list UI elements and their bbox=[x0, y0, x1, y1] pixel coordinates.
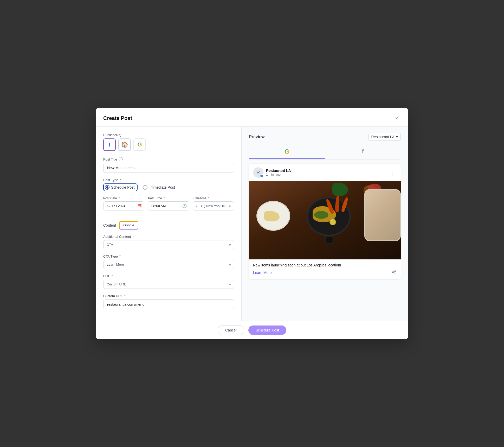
avatar-letter: R bbox=[257, 170, 260, 175]
immediate-post-radio[interactable] bbox=[143, 185, 147, 190]
post-date-input-wrapper: 📅 bbox=[103, 201, 144, 210]
date-time-row: Post Date * 📅 Post Time * bbox=[103, 196, 234, 210]
herbs-top bbox=[332, 183, 348, 196]
google-icon: G bbox=[137, 141, 142, 148]
restaurant-selector-label: Restaurant LA bbox=[371, 135, 395, 139]
url-section: URL * Custom URLWebsite URLMenu URL bbox=[103, 274, 234, 289]
additional-content-section: Additional Content * CTAOfferEventProduc… bbox=[103, 235, 234, 249]
schedule-post-box[interactable]: Schedule Post bbox=[103, 183, 138, 191]
immediate-post-option[interactable]: Immediate Post bbox=[143, 183, 175, 191]
right-plate bbox=[364, 189, 401, 241]
svg-point-2 bbox=[395, 273, 396, 274]
preview-title: Preview bbox=[249, 135, 264, 139]
post-image bbox=[249, 181, 401, 259]
schedule-post-label: Schedule Post bbox=[111, 185, 134, 189]
immediate-post-label: Immediate Post bbox=[150, 185, 175, 189]
preview-tab-facebook[interactable]: f bbox=[325, 145, 401, 159]
custom-url-input[interactable] bbox=[103, 299, 234, 309]
learn-more-link[interactable]: Learn More bbox=[253, 271, 272, 275]
post-type-section: Post Type * Schedule Post Immediate bbox=[103, 178, 234, 191]
post-card-header: R Restaurant LA 1 min. ago ⋮ bbox=[249, 164, 401, 181]
preview-header: Preview Restaurant LA ▾ bbox=[249, 133, 401, 141]
cta-type-section: CTA Type * Learn MoreBook NowOrder Onlin… bbox=[103, 254, 234, 269]
post-title-section: Post Title i bbox=[103, 157, 234, 173]
additional-content-select[interactable]: CTAOfferEventProduct bbox=[103, 240, 234, 249]
share-icon[interactable] bbox=[392, 270, 397, 276]
verified-badge bbox=[260, 174, 263, 178]
content-label: Content bbox=[103, 223, 116, 227]
additional-content-label: Additional Content * bbox=[103, 235, 234, 239]
publishers-section: Publisher(s) f 🏠 G bbox=[103, 133, 234, 151]
google-content-tab[interactable]: Google bbox=[119, 221, 138, 229]
svg-line-4 bbox=[393, 271, 395, 272]
cta-type-select[interactable]: Learn MoreBook NowOrder OnlineShopSign U… bbox=[103, 260, 234, 269]
post-date-label: Post Date * bbox=[103, 196, 144, 200]
cancel-button[interactable]: Cancel bbox=[218, 325, 244, 335]
post-title-label: Post Title i bbox=[103, 157, 234, 161]
lemon bbox=[329, 219, 336, 225]
preview-tab-google[interactable]: G bbox=[249, 145, 325, 159]
post-text: New items launching soon at out Los Ange… bbox=[253, 263, 397, 267]
post-time-label: Post Time * bbox=[148, 196, 189, 200]
schedule-post-radio[interactable] bbox=[105, 185, 109, 190]
cta-type-label: CTA Type * bbox=[103, 254, 234, 258]
modal-body: Publisher(s) f 🏠 G bbox=[96, 127, 408, 321]
post-meta: Restaurant LA 1 min. ago bbox=[266, 169, 291, 176]
facebook-icon: f bbox=[109, 142, 111, 148]
custom-url-label: Custom URL * bbox=[103, 294, 234, 298]
timezone-label: Timezone * bbox=[193, 196, 234, 200]
schedule-post-option[interactable]: Schedule Post bbox=[103, 183, 138, 191]
facebook-tab-icon: f bbox=[362, 148, 364, 155]
svg-line-3 bbox=[393, 272, 395, 273]
svg-point-0 bbox=[395, 270, 396, 272]
food-visual bbox=[249, 181, 401, 259]
publisher-home[interactable]: 🏠 bbox=[118, 138, 131, 151]
clock-icon[interactable]: 🕐 bbox=[182, 204, 187, 208]
post-time-group: Post Time * 🕐 bbox=[148, 196, 189, 210]
timezone-select[interactable]: (EDT) New York Time(PDT) Los Angeles Tim… bbox=[193, 201, 234, 210]
cta-type-select-wrapper: Learn MoreBook NowOrder OnlineShopSign U… bbox=[103, 260, 234, 269]
sauce-bowl bbox=[325, 236, 334, 244]
content-tabs: Content Google bbox=[103, 221, 234, 229]
post-time-input-wrapper: 🕐 bbox=[148, 201, 189, 210]
additional-content-select-wrapper: CTAOfferEventProduct bbox=[103, 240, 234, 249]
post-business-name: Restaurant LA bbox=[266, 169, 291, 173]
modal-header: Create Post × bbox=[96, 108, 408, 127]
publishers-label: Publisher(s) bbox=[103, 133, 234, 137]
create-post-modal: Create Post × Publisher(s) f 🏠 bbox=[96, 108, 408, 339]
post-avatar: R bbox=[253, 167, 263, 178]
publishers-row: f 🏠 G bbox=[103, 138, 234, 151]
close-button[interactable]: × bbox=[392, 114, 401, 122]
timezone-select-wrapper: (EDT) New York Time(PDT) Los Angeles Tim… bbox=[193, 201, 234, 210]
post-footer: Learn More bbox=[253, 270, 397, 276]
publisher-google[interactable]: G bbox=[133, 138, 146, 151]
post-time-ago: 1 min. ago bbox=[266, 173, 291, 176]
right-panel: Preview Restaurant LA ▾ G f bbox=[242, 127, 408, 321]
timezone-group: Timezone * (EDT) New York Time(PDT) Los … bbox=[193, 196, 234, 210]
modal-overlay: Create Post × Publisher(s) f 🏠 bbox=[0, 0, 504, 447]
left-panel: Publisher(s) f 🏠 G bbox=[96, 127, 242, 321]
restaurant-selector-chevron: ▾ bbox=[396, 135, 398, 139]
post-preview-card: R Restaurant LA 1 min. ago ⋮ bbox=[249, 164, 401, 279]
post-type-radio-group: Schedule Post Immediate Post bbox=[103, 183, 234, 191]
right-plate-overlay bbox=[365, 190, 400, 240]
url-select[interactable]: Custom URLWebsite URLMenu URL bbox=[103, 280, 234, 289]
post-type-required: * bbox=[120, 178, 121, 182]
home-icon: 🏠 bbox=[121, 141, 128, 148]
schedule-post-button[interactable]: Schedule Post bbox=[248, 325, 286, 335]
restaurant-selector[interactable]: Restaurant LA ▾ bbox=[369, 133, 401, 141]
svg-point-1 bbox=[392, 272, 394, 273]
modal-footer: Cancel Schedule Post bbox=[96, 321, 408, 339]
post-more-button[interactable]: ⋮ bbox=[388, 169, 397, 176]
post-title-input[interactable] bbox=[103, 163, 234, 173]
post-title-info-icon[interactable]: i bbox=[119, 157, 123, 161]
post-author-info: R Restaurant LA 1 min. ago bbox=[253, 167, 291, 178]
publisher-facebook[interactable]: f bbox=[103, 138, 116, 151]
preview-tabs: G f bbox=[249, 145, 401, 159]
modal-title: Create Post bbox=[103, 115, 132, 121]
greens bbox=[314, 211, 328, 219]
calendar-icon[interactable]: 📅 bbox=[137, 204, 142, 208]
url-label: URL * bbox=[103, 274, 234, 278]
post-type-label: Post Type * bbox=[103, 178, 234, 182]
custom-url-section: Custom URL * bbox=[103, 294, 234, 309]
